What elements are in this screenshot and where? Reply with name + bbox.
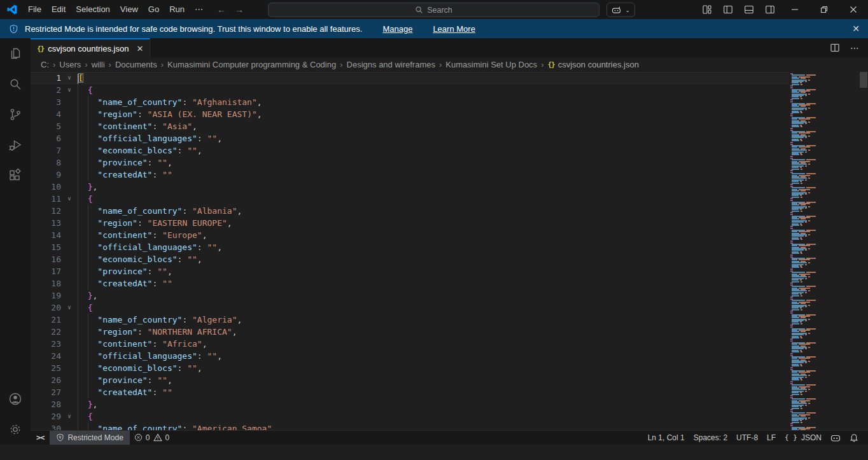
copilot-status[interactable] [826,431,845,445]
breadcrumb-item[interactable]: Users [59,60,81,69]
breadcrumb-item[interactable]: {}csvjson countries.json [547,60,638,69]
toggle-secondary-sidebar-button[interactable] [765,4,775,15]
code-text[interactable]: "continent": "Asia", [78,120,789,132]
breadcrumb-item[interactable]: Documents [115,60,157,69]
menu-selection[interactable]: Selection [71,0,115,19]
banner-close-icon[interactable]: ✕ [852,19,860,38]
line-number[interactable]: 18 [31,277,61,289]
fold-chevron-icon[interactable]: ∨ [61,193,78,205]
code-line[interactable]: 25 "economic_blocs": "", [31,362,789,374]
fold-chevron-icon[interactable]: ∨ [61,72,78,84]
code-text[interactable]: "region": "EASTERN EUROPE", [78,217,789,229]
code-line[interactable]: 22 "region": "NORTHERN AFRICA", [31,326,789,338]
line-number[interactable]: 4 [31,108,61,120]
toggle-panel-button[interactable] [744,4,754,15]
notifications-bell[interactable] [845,431,863,445]
language-mode-status[interactable]: { } JSON [780,431,826,445]
code-text[interactable]: "official_languages": "", [78,132,789,144]
account-icon[interactable] [0,384,31,414]
menu-[interactable]: ⋯ [190,0,208,19]
minimap[interactable] [789,72,859,430]
code-text[interactable]: "name_of_country": "Algeria", [78,314,789,326]
code-line[interactable]: 14 "continent": "Europe", [31,229,789,241]
code-text[interactable]: [ [78,72,789,84]
fold-chevron-icon[interactable]: ∨ [61,410,78,422]
line-number[interactable]: 23 [31,338,61,350]
line-number[interactable]: 27 [31,386,61,398]
more-actions-button[interactable]: ⋯ [850,43,859,53]
code-text[interactable]: { [78,193,789,205]
tab-close-icon[interactable]: ✕ [136,44,143,53]
tab-csvjson-countries[interactable]: {} csvjson countries.json ✕ [31,38,150,58]
code-line[interactable]: 30 "name_of_country": "American Samoa", [31,422,789,430]
breadcrumb-item[interactable]: willi [92,60,105,69]
source-control-icon[interactable] [0,99,31,130]
code-text[interactable]: "economic_blocs": "", [78,362,789,374]
code-line[interactable]: 9 "createdAt": "" [31,169,789,181]
code-text[interactable]: "official_languages": "", [78,350,789,362]
line-number[interactable]: 20 [31,302,61,314]
code-line[interactable]: 15 "official_languages": "", [31,241,789,253]
fold-chevron-icon[interactable]: ∨ [61,302,78,314]
breadcrumb-item[interactable]: Designs and wireframes [347,60,435,69]
code-line[interactable]: 4 "region": "ASIA (EX. NEAR EAST)", [31,108,789,120]
code-text[interactable]: "createdAt": "" [78,169,789,181]
code-line[interactable]: 26 "province": "", [31,374,789,386]
line-number[interactable]: 3 [31,96,61,108]
code-text[interactable]: { [78,410,789,422]
code-line[interactable]: 1∨[ [31,72,789,84]
code-text[interactable]: "province": "", [78,374,789,386]
code-line[interactable]: 18 "createdAt": "" [31,277,789,289]
close-window-button[interactable] [839,0,868,19]
code-line[interactable]: 17 "province": "", [31,265,789,277]
copilot-button[interactable]: ⌄ [606,3,635,17]
code-line[interactable]: 16 "economic_blocs": "", [31,253,789,265]
code-line[interactable]: 7 "economic_blocs": "", [31,144,789,157]
code-line[interactable]: 12 "name_of_country": "Albania", [31,205,789,217]
line-number[interactable]: 7 [31,144,61,157]
restore-button[interactable] [809,0,839,19]
code-text[interactable]: "name_of_country": "Albania", [78,205,789,217]
split-editor-button[interactable] [830,43,840,53]
line-number[interactable]: 11 [31,193,61,205]
line-number[interactable]: 2 [31,84,61,96]
code-text[interactable]: "province": "", [78,265,789,277]
menu-file[interactable]: File [23,0,46,19]
search-input[interactable]: Search [268,3,599,17]
code-line[interactable]: 21 "name_of_country": "Algeria", [31,314,789,326]
menu-view[interactable]: View [115,0,143,19]
line-number[interactable]: 29 [31,410,61,422]
eol-status[interactable]: LF [762,431,780,445]
code-text[interactable]: "region": "NORTHERN AFRICA", [78,326,789,338]
code-text[interactable]: "continent": "Africa", [78,338,789,350]
editor[interactable]: 1∨[2∨ {3 "name_of_country": "Afghanistan… [31,72,868,430]
code-text[interactable]: }, [78,289,789,302]
back-icon[interactable]: ← [217,4,226,15]
line-number[interactable]: 24 [31,350,61,362]
code-text[interactable]: }, [78,398,789,410]
customize-layout-button[interactable] [702,4,712,15]
code-line[interactable]: 13 "region": "EASTERN EUROPE", [31,217,789,229]
code-line[interactable]: 6 "official_languages": "", [31,132,789,144]
line-number[interactable]: 12 [31,205,61,217]
search-sidebar-icon[interactable] [0,69,31,99]
code-text[interactable]: "continent": "Europe", [78,229,789,241]
breadcrumb-item[interactable]: Kumasimini Computer programming & Coding [167,60,336,69]
code-text[interactable]: "province": "", [78,157,789,169]
breadcrumb-item[interactable]: C: [41,60,49,69]
code-area[interactable]: 1∨[2∨ {3 "name_of_country": "Afghanistan… [31,72,789,430]
minimize-button[interactable] [780,0,809,19]
code-text[interactable]: "name_of_country": "American Samoa", [78,422,789,430]
indentation-status[interactable]: Spaces: 2 [689,431,732,445]
code-line[interactable]: 10 }, [31,181,789,193]
settings-gear-icon[interactable] [0,414,31,445]
code-line[interactable]: 2∨ { [31,84,789,96]
code-text[interactable]: { [78,84,789,96]
line-number[interactable]: 13 [31,217,61,229]
code-line[interactable]: 28 }, [31,398,789,410]
code-line[interactable]: 8 "province": "", [31,157,789,169]
code-line[interactable]: 3 "name_of_country": "Afghanistan", [31,96,789,108]
code-line[interactable]: 27 "createdAt": "" [31,386,789,398]
code-line[interactable]: 5 "continent": "Asia", [31,120,789,132]
code-text[interactable]: }, [78,181,789,193]
